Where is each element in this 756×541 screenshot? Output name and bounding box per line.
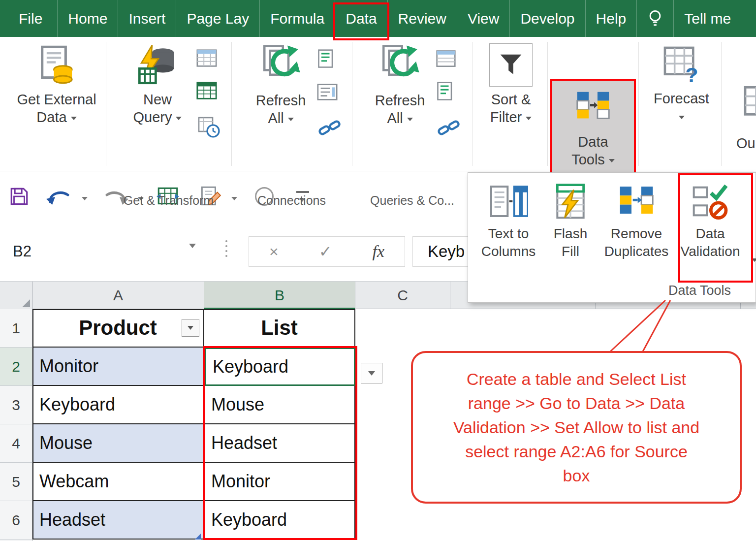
- remove-duplicates-button[interactable]: RemoveDuplicates: [595, 225, 678, 260]
- refresh-line1: Refresh: [256, 93, 306, 108]
- group-separator: [547, 42, 548, 166]
- tab-home[interactable]: Home: [57, 0, 118, 37]
- name-box-dropdown-icon[interactable]: [189, 248, 196, 257]
- cell-a2[interactable]: Monitor: [32, 348, 204, 386]
- tab-formulas[interactable]: Formula: [259, 0, 335, 37]
- undo-icon: [45, 187, 74, 208]
- select-all-corner[interactable]: [0, 282, 32, 309]
- row-header-6[interactable]: 6: [0, 501, 32, 540]
- tab-insert[interactable]: Insert: [118, 0, 176, 37]
- sort-filter-line1: Sort &: [491, 92, 531, 107]
- properties-icon[interactable]: [316, 48, 338, 72]
- data-tools-button[interactable]: Data Tools: [571, 87, 615, 168]
- row-header-4[interactable]: 4: [0, 424, 32, 463]
- undo-dropdown-chevron-icon[interactable]: [78, 194, 88, 203]
- enter-button[interactable]: ✓: [319, 242, 332, 261]
- cell-a5[interactable]: Webcam: [32, 463, 204, 501]
- refresh-all-button-connections[interactable]: Refresh All: [245, 43, 316, 127]
- cell-b6[interactable]: Keyboard: [204, 501, 355, 540]
- cell-a6[interactable]: Headset: [32, 501, 204, 540]
- forecast-button[interactable]: ? Forecast: [646, 43, 717, 125]
- cell-a1[interactable]: Product: [32, 309, 204, 348]
- chevron-down-icon: [407, 118, 413, 121]
- row-header-5[interactable]: 5: [0, 463, 32, 501]
- lightbulb-icon: [647, 9, 663, 29]
- callout-line: Create a table and Select List: [467, 367, 686, 391]
- data-tools-line2: Tools: [571, 152, 605, 167]
- tab-view[interactable]: View: [457, 0, 509, 37]
- refresh-all-button-queries[interactable]: Refresh All: [364, 43, 436, 127]
- tab-view-label: View: [468, 10, 499, 27]
- data-validation-dropdown-button[interactable]: [361, 363, 382, 383]
- table-resize-handle[interactable]: [195, 534, 201, 540]
- annotation-callout: Create a table and Select List range >> …: [411, 351, 742, 504]
- new-query-button[interactable]: New Query: [123, 43, 192, 126]
- flash-fill-icon: [551, 181, 590, 224]
- tab-review-label: Review: [398, 10, 446, 27]
- formula-bar-drag-handle[interactable]: [225, 240, 227, 257]
- data-tools-icon: [571, 87, 615, 129]
- data-validation-icon: [691, 181, 730, 224]
- cell-b3[interactable]: Mouse: [204, 386, 355, 424]
- recent-sources-icon[interactable]: [197, 115, 220, 140]
- data-tools-line1: Data: [578, 134, 608, 150]
- row-header-2[interactable]: 2: [0, 348, 32, 386]
- show-queries-icon[interactable]: [435, 48, 457, 72]
- data-tools-caption: Data Tools: [468, 283, 731, 298]
- tab-file[interactable]: File: [0, 0, 57, 37]
- tab-page-layout[interactable]: Page Lay: [176, 0, 259, 37]
- insert-function-button[interactable]: fx: [372, 242, 384, 261]
- refresh-line2: All: [268, 110, 284, 126]
- outline-label[interactable]: Ou: [736, 135, 756, 152]
- get-external-data-button[interactable]: Get External Data: [12, 43, 101, 126]
- group-label-get-transform: Get & Transform: [106, 193, 231, 208]
- text-to-columns-button[interactable]: Text toColumns: [474, 225, 543, 260]
- column-header-a[interactable]: A: [32, 282, 204, 309]
- tab-developer-label: Develop: [520, 10, 574, 27]
- cancel-button[interactable]: ×: [269, 243, 279, 261]
- cell-b2-selected[interactable]: Keyboard: [204, 348, 355, 386]
- undo-button[interactable]: [45, 187, 74, 210]
- table-header-product: Product: [79, 316, 157, 340]
- callout-line: box: [563, 464, 590, 488]
- tab-review[interactable]: Review: [387, 0, 457, 37]
- tab-data[interactable]: Data: [335, 0, 387, 37]
- group-separator: [638, 42, 639, 166]
- from-sheet-icon[interactable]: [195, 80, 219, 104]
- cell-a3[interactable]: Keyboard: [32, 386, 204, 424]
- cell-a4[interactable]: Mouse: [32, 424, 204, 463]
- column-header-c[interactable]: C: [355, 282, 450, 309]
- group-separator: [721, 42, 722, 166]
- chevron-down-icon: [71, 117, 77, 120]
- get-external-data-icon: [12, 43, 101, 87]
- sort-filter-button[interactable]: Sort & Filter: [476, 43, 545, 126]
- tell-me-lightbulb-icon[interactable]: [636, 0, 673, 37]
- column-header-b[interactable]: B: [204, 282, 355, 309]
- data-validation-button[interactable]: DataValidation: [671, 225, 750, 260]
- edit-links-icon[interactable]: [318, 116, 342, 141]
- chevron-down-icon: [609, 159, 615, 162]
- save-button[interactable]: [9, 186, 30, 209]
- workbook-connections-icon[interactable]: [316, 81, 339, 105]
- refresh-line1: Refresh: [375, 93, 425, 108]
- filter-dropdown-button[interactable]: [182, 319, 199, 337]
- row-header-1[interactable]: 1: [0, 309, 32, 348]
- queries-properties-icon[interactable]: [435, 81, 457, 104]
- cell-b5[interactable]: Monitor: [204, 463, 355, 501]
- cell-b1[interactable]: List: [204, 309, 355, 348]
- tab-help[interactable]: Help: [585, 0, 637, 37]
- name-box[interactable]: B2: [0, 223, 187, 281]
- from-table-icon[interactable]: [195, 47, 219, 72]
- callout-line: Validation >> Set Allow to list and: [453, 415, 699, 440]
- data-validation-chevron-icon[interactable]: [748, 255, 756, 264]
- row-header-3[interactable]: 3: [0, 386, 32, 424]
- tab-tell-me-label: Tell me: [684, 10, 731, 27]
- sort-filter-line2: Filter: [490, 109, 522, 125]
- tab-tell-me[interactable]: Tell me: [673, 0, 741, 37]
- queries-edit-links-icon[interactable]: [437, 116, 461, 141]
- group-separator: [352, 42, 352, 166]
- new-query-line2: Query: [133, 109, 172, 125]
- tab-file-label: File: [19, 10, 42, 27]
- tab-developer[interactable]: Develop: [509, 0, 585, 37]
- cell-b4[interactable]: Headset: [204, 424, 355, 463]
